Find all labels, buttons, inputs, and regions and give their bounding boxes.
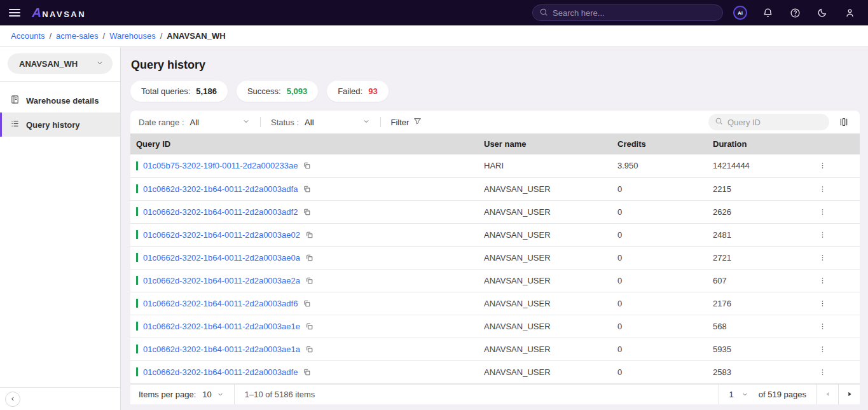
row-actions-kebab-icon[interactable] [815, 231, 830, 239]
query-id-link[interactable]: 01c0662d-3202-1b64-0011-2d2a0003adf2 [143, 207, 298, 217]
copy-icon[interactable] [305, 254, 313, 262]
breadcrumb-account-name[interactable]: acme-sales [56, 31, 98, 41]
stat-label: Failed: [338, 86, 362, 96]
table-row: 01c0662d-3202-1b64-0011-2d2a0003adfa ANA… [130, 177, 860, 200]
warehouse-selector-dropdown[interactable]: ANAVSAN_WH [8, 53, 113, 74]
query-id-link[interactable]: 01c0662d-3202-1b64-0011-2d2a0003adf6 [143, 299, 298, 308]
pagination-bar: Items per page: 10 1–10 of 5186 items 1 … [130, 384, 860, 404]
credits-cell: 0 [612, 338, 707, 360]
global-search[interactable] [532, 4, 723, 21]
copy-icon[interactable] [303, 208, 311, 216]
hamburger-menu-icon[interactable] [9, 9, 20, 17]
sidebar-collapse-button[interactable] [5, 392, 20, 407]
user-profile-icon[interactable] [843, 6, 857, 20]
breadcrumb-accounts[interactable]: Accounts [11, 31, 45, 41]
query-id-link[interactable]: 01c0662d-3202-1b64-0011-2d2a0003adfe [143, 367, 298, 377]
dark-mode-moon-icon[interactable] [815, 6, 829, 20]
credits-cell: 0 [612, 292, 707, 315]
credits-cell: 0 [612, 200, 707, 223]
items-per-page-dropdown[interactable]: 10 [202, 390, 223, 399]
status-dropdown[interactable]: Status : All [271, 118, 370, 127]
filter-button[interactable]: Filter [391, 117, 422, 127]
top-navbar: A NAVSAN AI [0, 0, 868, 25]
pagination-range-text: 1–10 of 5186 items [245, 390, 315, 399]
sidebar-item-label: Query history [26, 120, 80, 130]
row-actions-kebab-icon[interactable] [815, 254, 830, 262]
row-actions-kebab-icon[interactable] [815, 322, 830, 331]
copy-icon[interactable] [303, 185, 311, 193]
global-search-input[interactable] [553, 8, 716, 18]
table-row: 01c0662d-3202-1b64-0011-2d2a0003adfe ANA… [130, 360, 860, 383]
funnel-icon [413, 117, 422, 127]
row-actions-kebab-icon[interactable] [815, 368, 830, 376]
copy-icon[interactable] [303, 299, 311, 308]
table-row: 01c0662d-3202-1b64-0011-2d2a0003ae0a ANA… [130, 246, 860, 269]
column-settings-icon[interactable] [839, 117, 849, 127]
credits-cell: 0 [612, 315, 707, 338]
copy-icon[interactable] [305, 322, 313, 331]
app-logo[interactable]: A NAVSAN [32, 5, 86, 20]
copy-icon[interactable] [303, 161, 311, 170]
query-id-link[interactable]: 01c0662d-3202-1b64-0011-2d2a0003ae0a [143, 253, 300, 263]
duration-cell: 2626 [707, 200, 809, 223]
query-id-link[interactable]: 01c0662d-3202-1b64-0011-2d2a0003ae1e [143, 322, 300, 331]
copy-icon[interactable] [303, 368, 311, 376]
divider [234, 384, 235, 404]
table-body: 01c05b75-3202-19f0-0011-2d2a000233ae HAR… [130, 154, 860, 383]
sidebar-item-query-history[interactable]: Query history [0, 113, 120, 137]
query-id-link[interactable]: 01c05b75-3202-19f0-0011-2d2a000233ae [143, 161, 298, 170]
row-actions-kebab-icon[interactable] [815, 185, 830, 193]
column-header-duration: Duration [707, 133, 809, 154]
duration-cell: 14214444 [707, 154, 809, 177]
query-id-search-input[interactable] [727, 118, 823, 127]
status-value: All [305, 118, 313, 127]
duration-cell: 568 [707, 315, 809, 338]
sidebar-item-label: Warehouse details [26, 96, 99, 106]
stats-row: Total queries: 5,186 Success: 5,093 Fail… [130, 81, 860, 102]
query-id-search[interactable] [708, 114, 829, 130]
previous-page-button[interactable] [817, 384, 838, 404]
stat-total-queries: Total queries: 5,186 [130, 81, 228, 102]
table-row: 01c0662d-3202-1b64-0011-2d2a0003ae1a ANA… [130, 338, 860, 360]
status-success-bar [136, 253, 138, 262]
row-actions-kebab-icon[interactable] [815, 299, 830, 308]
search-icon [539, 8, 548, 18]
notifications-bell-icon[interactable] [761, 6, 775, 20]
table-row: 01c0662d-3202-1b64-0011-2d2a0003adf6 ANA… [130, 292, 860, 315]
row-actions-kebab-icon[interactable] [815, 208, 830, 216]
ai-assistant-button[interactable]: AI [733, 6, 747, 20]
status-success-bar [136, 276, 138, 285]
breadcrumb-separator: / [49, 31, 52, 41]
divider [260, 117, 261, 127]
divider [380, 117, 381, 127]
sidebar-item-warehouse-details[interactable]: Warehouse details [0, 88, 120, 113]
table-row: 01c0662d-3202-1b64-0011-2d2a0003adf2 ANA… [130, 200, 860, 223]
copy-icon[interactable] [305, 345, 313, 353]
duration-cell: 2583 [707, 360, 809, 383]
query-id-link[interactable]: 01c0662d-3202-1b64-0011-2d2a0003ae02 [143, 230, 300, 240]
stat-value: 93 [368, 86, 377, 96]
sidebar-footer [0, 387, 120, 410]
column-header-credits: Credits [612, 133, 707, 154]
filter-label: Filter [391, 118, 410, 127]
copy-icon[interactable] [305, 277, 313, 285]
duration-cell: 607 [707, 269, 809, 292]
row-actions-kebab-icon[interactable] [815, 277, 830, 285]
chevron-down-icon [242, 118, 250, 127]
breadcrumb-warehouses[interactable]: Warehouses [109, 31, 156, 41]
copy-icon[interactable] [305, 231, 313, 239]
query-id-link[interactable]: 01c0662d-3202-1b64-0011-2d2a0003ae1a [143, 345, 300, 354]
status-success-bar [136, 161, 138, 170]
breadcrumb-separator: / [160, 31, 163, 41]
query-id-link[interactable]: 01c0662d-3202-1b64-0011-2d2a0003ae2a [143, 276, 300, 285]
user-name-cell: HARI [478, 154, 612, 177]
breadcrumb: Accounts / acme-sales / Warehouses / ANA… [0, 25, 868, 47]
date-range-dropdown[interactable]: Date range : All [139, 118, 250, 127]
row-actions-kebab-icon[interactable] [815, 345, 830, 353]
row-actions-kebab-icon[interactable] [815, 161, 830, 170]
help-icon[interactable] [788, 6, 802, 20]
next-page-button[interactable] [839, 384, 860, 404]
page-number-dropdown[interactable]: 1 [719, 390, 759, 399]
warehouse-selector-value: ANAVSAN_WH [19, 59, 78, 69]
query-id-link[interactable]: 01c0662d-3202-1b64-0011-2d2a0003adfa [143, 184, 298, 194]
